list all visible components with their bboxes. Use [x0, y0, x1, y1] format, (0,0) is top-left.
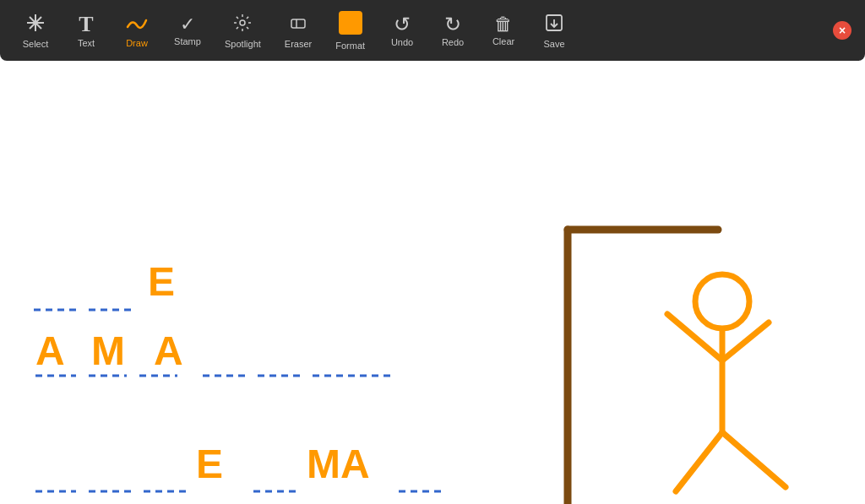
svg-text:MA: MA [307, 442, 370, 486]
toolbar: Select T Text Draw ✓ Stamp [0, 0, 865, 61]
save-label: Save [544, 39, 565, 49]
tool-clear[interactable]: 🗑 Clear [481, 12, 525, 50]
undo-label: Undo [391, 37, 413, 47]
svg-point-44 [695, 274, 749, 328]
drawing-canvas: E A M A E MA [0, 61, 865, 504]
svg-point-4 [240, 20, 245, 25]
spotlight-label: Spotlight [225, 39, 261, 49]
svg-text:A: A [154, 328, 183, 373]
svg-text:E: E [196, 442, 223, 486]
draw-label: Draw [126, 38, 148, 48]
tool-draw[interactable]: Draw [115, 10, 159, 51]
close-button[interactable]: × [833, 21, 851, 40]
tool-redo[interactable]: ↻ Redo [431, 11, 475, 51]
tool-save[interactable]: Save [532, 9, 576, 52]
redo-icon: ↻ [444, 14, 461, 35]
text-icon: T [79, 14, 93, 35]
svg-line-9 [237, 16, 238, 18]
eraser-label: Eraser [285, 39, 312, 49]
stamp-icon: ✓ [180, 15, 195, 34]
format-icon [339, 11, 362, 38]
spotlight-icon [232, 13, 253, 36]
draw-icon [126, 14, 148, 35]
undo-icon: ↺ [394, 14, 411, 35]
svg-line-12 [237, 27, 238, 29]
svg-text:A: A [35, 328, 65, 373]
stamp-label: Stamp [174, 36, 201, 46]
eraser-icon [288, 13, 308, 36]
select-label: Select [23, 39, 49, 49]
close-icon: × [839, 24, 846, 37]
canvas-area[interactable]: E A M A E MA [0, 61, 865, 504]
tool-format[interactable]: Format [327, 8, 373, 54]
svg-line-46 [667, 314, 722, 360]
svg-line-48 [676, 432, 722, 491]
svg-line-49 [722, 432, 786, 487]
svg-text:E: E [148, 259, 175, 304]
format-label: Format [335, 41, 365, 51]
redo-label: Redo [442, 37, 464, 47]
save-icon [544, 13, 564, 36]
tool-spotlight[interactable]: Spotlight [216, 9, 269, 52]
svg-rect-13 [291, 19, 305, 28]
svg-line-11 [247, 16, 248, 18]
tool-undo[interactable]: ↺ Undo [380, 11, 424, 51]
svg-text:M: M [91, 328, 125, 373]
tool-select[interactable]: Select [14, 9, 57, 52]
clear-icon: 🗑 [494, 15, 513, 34]
tool-eraser[interactable]: Eraser [276, 9, 320, 52]
clear-label: Clear [492, 36, 514, 46]
tool-text[interactable]: T Text [64, 10, 108, 51]
select-icon [25, 13, 46, 36]
svg-line-10 [247, 27, 248, 29]
text-label: Text [78, 38, 95, 48]
tool-stamp[interactable]: ✓ Stamp [166, 12, 209, 50]
